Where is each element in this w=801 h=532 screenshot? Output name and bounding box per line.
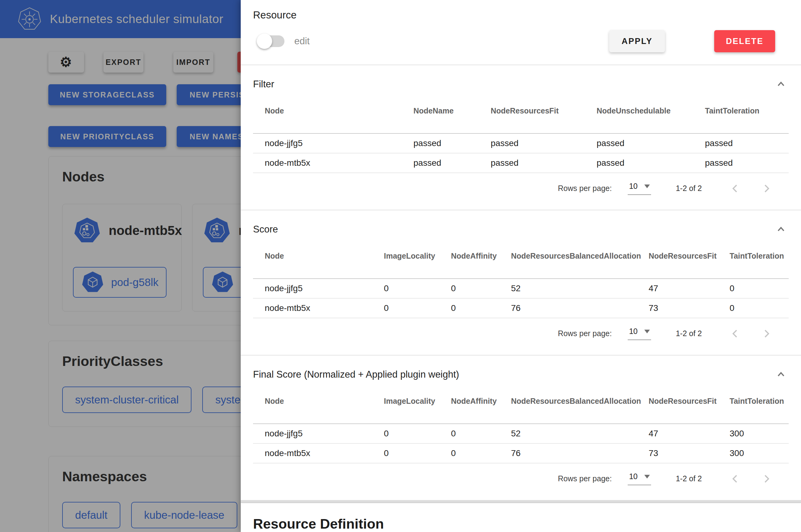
- final-score-pagination: Rows per page: 10 1-2 of 2: [241, 463, 801, 500]
- score-table: Node ImageLocality NodeAffinity NodeReso…: [253, 247, 789, 318]
- score-pagination: Rows per page: 10 1-2 of 2: [241, 318, 801, 355]
- cell: passed: [597, 153, 705, 173]
- dropdown-caret-icon: [644, 185, 650, 188]
- column-header: Node: [253, 102, 414, 133]
- column-header: Node: [253, 247, 384, 279]
- table-row: node-mtb5x 0 0 76 73 0: [253, 298, 789, 318]
- cell: passed: [491, 153, 597, 173]
- delete-button[interactable]: DELETE: [714, 30, 775, 52]
- column-header: ImageLocality: [384, 247, 451, 279]
- cell: 76: [511, 443, 649, 463]
- cell: passed: [705, 153, 789, 173]
- cell: 0: [730, 279, 789, 298]
- previous-page-button[interactable]: [729, 182, 741, 195]
- chevron-up-icon: [776, 369, 786, 379]
- next-page-button[interactable]: [760, 182, 773, 195]
- filter-pagination: Rows per page: 10 1-2 of 2: [241, 173, 801, 210]
- drawer-header: Resource edit APPLY DELETE: [241, 0, 801, 65]
- chevron-left-icon: [729, 473, 741, 484]
- cell: 52: [511, 279, 649, 298]
- final-score-heading: Final Score (Normalized + Applied plugin…: [253, 369, 776, 380]
- chevron-up-icon: [776, 225, 786, 234]
- rows-per-page-select[interactable]: 10: [628, 472, 651, 485]
- table-row: node-mtb5x 0 0 76 73 300: [253, 443, 789, 463]
- next-page-button[interactable]: [760, 473, 773, 485]
- cell-node: node-jjfg5: [253, 133, 414, 153]
- score-section: Score Node ImageLocality NodeAffinity No…: [241, 210, 801, 355]
- column-header: NodeResourcesFit: [649, 393, 730, 424]
- column-header: ImageLocality: [384, 393, 451, 424]
- previous-page-button[interactable]: [729, 327, 741, 340]
- column-header: NodeResourcesBalancedAllocation: [511, 393, 649, 424]
- final-score-table: Node ImageLocality NodeAffinity NodeReso…: [253, 393, 789, 463]
- filter-table-header-row: Node NodeName NodeResourcesFit NodeUnsch…: [253, 102, 789, 133]
- final-score-section: Final Score (Normalized + Applied plugin…: [241, 356, 801, 500]
- cell: 0: [451, 298, 511, 318]
- chevron-right-icon: [761, 183, 772, 194]
- cell: 73: [649, 298, 730, 318]
- chevron-left-icon: [729, 328, 741, 340]
- resource-drawer: Resource edit APPLY DELETE Filter: [241, 0, 801, 532]
- cell: 0: [384, 424, 451, 443]
- cell: passed: [414, 153, 491, 173]
- filter-collapse-button[interactable]: [776, 79, 786, 90]
- rows-per-page-label: Rows per page:: [558, 184, 612, 193]
- table-row: node-jjfg5 0 0 52 47 0: [253, 279, 789, 298]
- edit-toggle-knob: [257, 34, 272, 49]
- cell: 300: [730, 424, 789, 443]
- final-score-collapse-button[interactable]: [776, 369, 786, 380]
- score-collapse-button[interactable]: [776, 224, 786, 235]
- cell: 73: [649, 443, 730, 463]
- next-page-button[interactable]: [760, 327, 773, 340]
- column-header: NodeResourcesFit: [491, 102, 597, 133]
- resource-definition-section: Resource Definition: [241, 503, 801, 532]
- cell: 0: [384, 279, 451, 298]
- cell: 0: [451, 279, 511, 298]
- filter-table: Node NodeName NodeResourcesFit NodeUnsch…: [253, 102, 789, 173]
- edit-toggle[interactable]: [258, 35, 285, 47]
- column-header: NodeResourcesBalancedAllocation: [511, 247, 649, 279]
- cell: passed: [491, 133, 597, 153]
- rows-per-page-label: Rows per page:: [558, 329, 612, 338]
- column-header: NodeAffinity: [451, 247, 511, 279]
- cell: 52: [511, 424, 649, 443]
- column-header: TaintToleration: [730, 393, 789, 424]
- kubernetes-scheduler-simulator-app: Kubernetes scheduler simulator ⚙ EXPORT …: [0, 0, 801, 532]
- column-header: TaintToleration: [730, 247, 789, 279]
- cell-node: node-jjfg5: [253, 279, 384, 298]
- column-header: NodeName: [414, 102, 491, 133]
- apply-button[interactable]: APPLY: [609, 30, 665, 52]
- cell: 0: [730, 298, 789, 318]
- drawer-controls: edit APPLY DELETE: [241, 21, 801, 64]
- edit-toggle-label: edit: [294, 36, 310, 47]
- final-score-table-header-row: Node ImageLocality NodeAffinity NodeReso…: [253, 393, 789, 424]
- cell: passed: [414, 133, 491, 153]
- resource-definition-heading: Resource Definition: [253, 516, 801, 532]
- chevron-left-icon: [729, 183, 741, 194]
- column-header: NodeUnschedulable: [597, 102, 705, 133]
- cell: 0: [451, 443, 511, 463]
- cell-node: node-mtb5x: [253, 298, 384, 318]
- score-heading: Score: [253, 224, 776, 235]
- rows-per-page-label: Rows per page:: [558, 474, 612, 483]
- drawer-title: Resource: [241, 9, 801, 21]
- pagination-range: 1-2 of 2: [676, 329, 702, 338]
- column-header: NodeAffinity: [451, 393, 511, 424]
- chevron-right-icon: [761, 473, 772, 484]
- cell-node: node-mtb5x: [253, 443, 384, 463]
- table-row: node-jjfg5 passed passed passed passed: [253, 133, 789, 153]
- cell: 47: [649, 424, 730, 443]
- drawer-body: Filter Node NodeName NodeResourcesFit No…: [241, 65, 801, 500]
- cell: 300: [730, 443, 789, 463]
- table-row: node-mtb5x passed passed passed passed: [253, 153, 789, 173]
- chevron-up-icon: [776, 79, 786, 89]
- rows-per-page-select[interactable]: 10: [628, 182, 651, 195]
- column-header: Node: [253, 393, 384, 424]
- card-gap: [241, 500, 801, 503]
- table-row: node-jjfg5 0 0 52 47 300: [253, 424, 789, 443]
- cell: passed: [705, 133, 789, 153]
- previous-page-button[interactable]: [729, 473, 741, 485]
- cell: 0: [384, 443, 451, 463]
- filter-section: Filter Node NodeName NodeResourcesFit No…: [241, 65, 801, 210]
- rows-per-page-select[interactable]: 10: [628, 327, 651, 340]
